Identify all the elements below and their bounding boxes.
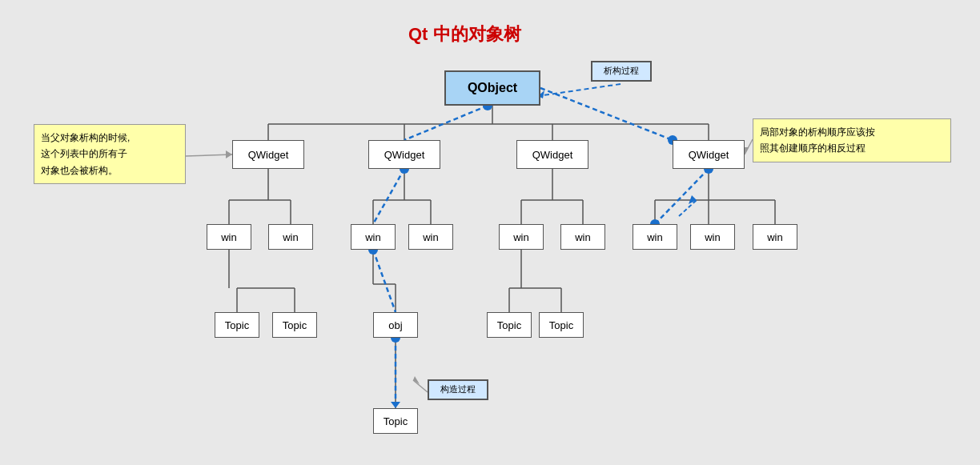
node-qwidget1: QWidget [232, 140, 304, 169]
node-topic3: Topic [487, 312, 532, 338]
svg-line-41 [373, 250, 396, 312]
node-qobject: QObject [444, 70, 540, 106]
callout-destructor-left: 当父对象析构的时候, 这个列表中的所有子 对象也会被析构。 [34, 124, 186, 184]
node-win6: win [560, 224, 605, 250]
svg-line-39 [373, 169, 404, 224]
node-qwidget4: QWidget [673, 140, 745, 169]
svg-marker-54 [226, 150, 232, 158]
svg-line-53 [186, 154, 232, 156]
node-topic5: Topic [373, 408, 418, 434]
node-topic1: Topic [215, 312, 259, 338]
svg-line-37 [404, 106, 488, 140]
callout-destruct-process: 析构过程 [591, 61, 652, 82]
diagram: Qt 中的对象树 QObject QWidget QWidget QWidget… [0, 0, 980, 465]
node-topic4: Topic [539, 312, 584, 338]
node-win7: win [633, 224, 677, 250]
node-qwidget2: QWidget [368, 140, 440, 169]
svg-marker-45 [391, 402, 400, 408]
svg-line-55 [745, 139, 753, 154]
svg-line-57 [413, 380, 428, 392]
callout-construct-process: 构造过程 [428, 379, 488, 400]
svg-marker-58 [413, 376, 420, 384]
node-qwidget3: QWidget [516, 140, 588, 169]
node-win9: win [753, 224, 797, 250]
node-win1: win [207, 224, 251, 250]
node-win3: win [351, 224, 396, 250]
node-obj: obj [373, 312, 418, 338]
page-title: Qt 中的对象树 [408, 22, 521, 46]
svg-line-51 [679, 200, 697, 216]
svg-marker-52 [689, 195, 697, 204]
node-topic2: Topic [272, 312, 317, 338]
svg-line-48 [655, 169, 709, 224]
node-win4: win [408, 224, 453, 250]
node-win8: win [690, 224, 735, 250]
svg-line-35 [538, 84, 621, 96]
svg-line-46 [540, 88, 673, 140]
node-win5: win [499, 224, 544, 250]
node-win2: win [268, 224, 313, 250]
callout-destructor-right: 局部对象的析构顺序应该按 照其创建顺序的相反过程 [753, 118, 951, 162]
